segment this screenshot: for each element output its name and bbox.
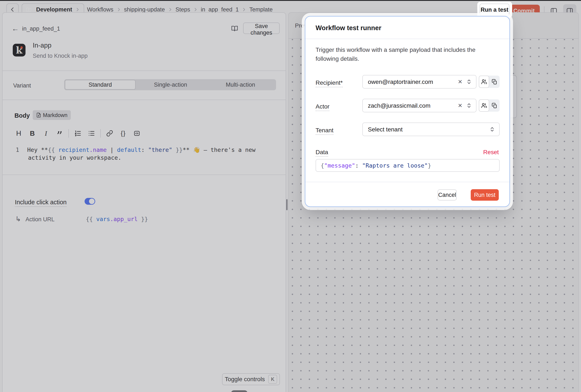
tenant-placeholder: Select tenant — [368, 126, 402, 133]
actor-value: zach@jurassicmail.com — [368, 102, 430, 109]
close-icon: ✕ — [458, 78, 462, 85]
clear-recipient-button[interactable]: ✕ — [458, 78, 462, 85]
app-root: Development Workflows shipping-update St… — [0, 0, 581, 392]
close-icon: ✕ — [458, 102, 462, 109]
recipient-input[interactable]: owen@raptortrainer.com ✕ — [362, 75, 476, 88]
copy-recipient-button[interactable] — [489, 76, 500, 88]
run-test-button[interactable]: Run test — [471, 189, 499, 201]
chevron-up-down-icon — [466, 78, 472, 85]
chevron-up-down-icon — [489, 126, 495, 133]
tenant-select[interactable]: Select tenant — [362, 122, 500, 136]
copy-actor-button[interactable] — [489, 99, 500, 112]
chevron-up-down-icon — [466, 102, 472, 109]
actor-tools — [479, 99, 500, 112]
actor-label: Actor — [316, 103, 330, 110]
recipient-value: owen@raptortrainer.com — [368, 78, 433, 85]
users-icon — [481, 78, 487, 85]
copy-icon — [492, 103, 498, 108]
clear-actor-button[interactable]: ✕ — [458, 102, 462, 109]
modal-title: Workflow test runner — [316, 24, 381, 32]
recipient-label: Recipient* — [316, 79, 343, 86]
actor-input[interactable]: zach@jurassicmail.com ✕ — [362, 99, 476, 112]
modal-header: Workflow test runner — [306, 16, 510, 39]
modal-description: Trigger this workflow with a sample payl… — [316, 45, 488, 63]
data-label: Data — [316, 149, 328, 156]
reset-data-button[interactable]: Reset — [483, 149, 499, 156]
copy-icon — [492, 79, 498, 85]
tenant-label: Tenant — [316, 127, 334, 134]
recipient-tools — [479, 76, 500, 88]
data-json-value: {"message": "Raptors are loose"} — [321, 162, 431, 169]
cancel-button[interactable]: Cancel — [438, 189, 457, 200]
data-json-input[interactable]: {"message": "Raptors are loose"} — [316, 159, 500, 172]
select-user-button[interactable] — [479, 76, 489, 88]
run-a-test-spotlight: Run a test — [477, 2, 512, 18]
run-a-test-button[interactable]: Run a test — [480, 3, 510, 16]
workflow-test-runner-modal: Workflow test runner Trigger this workfl… — [305, 16, 510, 207]
select-actor-button[interactable] — [479, 99, 489, 112]
modal-footer: Cancel Run test — [306, 182, 510, 208]
users-icon — [481, 102, 487, 109]
